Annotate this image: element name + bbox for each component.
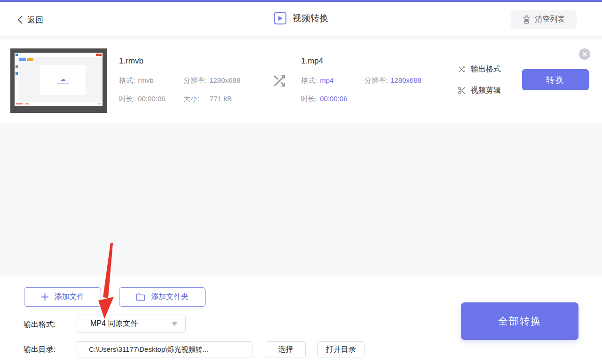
- thumb-window: ☁: [15, 53, 103, 106]
- file-list-item: ☁ 1.rmvb 格式: rmvb 分辨率: 1280x688 时长: 00:0…: [0, 40, 602, 123]
- chevron-left-icon: [17, 15, 23, 24]
- source-file-name: 1.rmvb: [119, 56, 143, 66]
- thumb-statusbar: [15, 102, 103, 106]
- output-dir-input[interactable]: C:\Users\31177\Desktop\烁光视频转...: [77, 341, 253, 357]
- thumb-titlebar: [15, 53, 103, 57]
- output-dir-label: 输出目录:: [24, 345, 55, 355]
- output-format-label: 输出格式:: [24, 320, 55, 330]
- source-size-label: 大小:: [183, 95, 199, 103]
- row-output-format-action[interactable]: 输出格式: [457, 64, 501, 74]
- header-bar: 返回 视频转换 清空列表: [0, 2, 602, 35]
- video-convert-icon: [274, 12, 286, 24]
- page-title-group: 视频转换: [274, 12, 328, 24]
- convert-all-button[interactable]: 全部转换: [461, 302, 578, 340]
- open-dir-button[interactable]: 打开目录: [317, 341, 364, 357]
- row-video-edit-action[interactable]: 视频剪辑: [457, 86, 501, 95]
- target-resolution-label: 分辨率:: [364, 76, 388, 85]
- thumb-upload-panel: ☁: [40, 65, 86, 95]
- header-separator: [0, 35, 602, 40]
- scissors-icon: [457, 86, 466, 95]
- add-file-button[interactable]: 添加文件: [24, 287, 101, 307]
- target-file-name: 1.mp4: [301, 56, 323, 66]
- thumb-status-red: [16, 103, 23, 104]
- back-label: 返回: [27, 15, 43, 25]
- add-file-label: 添加文件: [55, 292, 85, 302]
- file-list-empty-area: [0, 123, 602, 277]
- thumb-status-gray: [97, 103, 101, 104]
- target-resolution-value: 1280x688: [390, 76, 421, 85]
- source-size: 大小: 771 kB: [183, 95, 232, 103]
- target-format-label: 格式:: [301, 76, 317, 85]
- thumb-sidebar-icon-1: [16, 65, 18, 68]
- source-duration-value: 00:00:06: [138, 95, 165, 103]
- source-size-value: 771 kB: [210, 95, 232, 103]
- close-icon: [582, 52, 587, 57]
- target-resolution: 分辨率: 1280x688: [364, 76, 421, 85]
- thumb-sidebar: [15, 57, 19, 106]
- source-resolution-label: 分辨率:: [183, 76, 206, 85]
- target-format: 格式: mp4: [301, 76, 333, 85]
- back-button[interactable]: 返回: [17, 13, 43, 27]
- shuffle-small-icon: [457, 65, 466, 74]
- target-duration-label: 时长:: [301, 95, 317, 103]
- shuffle-icon: [271, 72, 288, 89]
- row-video-edit-label: 视频剪辑: [471, 86, 501, 95]
- target-duration-value: 00:00:06: [320, 95, 347, 103]
- thumb-cloud-icon: ☁: [61, 77, 66, 82]
- source-duration-label: 时长:: [119, 95, 135, 103]
- thumb-sidebar-icon-2: [16, 72, 18, 75]
- row-output-format-label: 输出格式: [471, 64, 501, 74]
- thumb-cloud-caption: [57, 83, 69, 84]
- source-duration: 时长: 00:00:06: [119, 95, 166, 103]
- thumb-close-badge: [96, 54, 102, 56]
- source-format-value: rmvb: [138, 76, 153, 85]
- source-resolution: 分辨率: 1280x688: [183, 76, 240, 85]
- triangle-down-icon: [171, 322, 178, 326]
- footer-panel: 添加文件 添加文件夹 输出格式: MP4 同原文件 输出目录: C:\Users…: [0, 277, 602, 364]
- clear-list-button[interactable]: 清空列表: [511, 10, 577, 29]
- target-format-value: mp4: [320, 76, 333, 85]
- thumb-status-orange: [25, 103, 29, 104]
- target-duration: 时长: 00:00:06: [301, 95, 348, 103]
- thumb-app-icon: [16, 54, 18, 56]
- video-thumbnail[interactable]: ☁: [10, 48, 107, 113]
- source-format: 格式: rmvb: [119, 76, 154, 85]
- add-folder-label: 添加文件夹: [151, 292, 189, 302]
- thumb-tab-orange: [27, 58, 33, 61]
- trash-icon: [523, 15, 531, 24]
- folder-icon: [136, 293, 145, 301]
- convert-button[interactable]: 转换: [522, 69, 589, 90]
- output-format-select[interactable]: MP4 同原文件: [77, 315, 186, 333]
- source-resolution-value: 1280x688: [209, 76, 240, 85]
- plus-icon: [41, 293, 49, 301]
- output-format-value: MP4 同原文件: [90, 319, 138, 329]
- clear-list-label: 清空列表: [535, 15, 565, 24]
- page-title: 视频转换: [293, 12, 328, 24]
- source-format-label: 格式:: [119, 76, 135, 85]
- remove-file-button[interactable]: [579, 48, 590, 60]
- add-folder-button[interactable]: 添加文件夹: [119, 287, 206, 307]
- select-dir-button[interactable]: 选择: [266, 341, 306, 357]
